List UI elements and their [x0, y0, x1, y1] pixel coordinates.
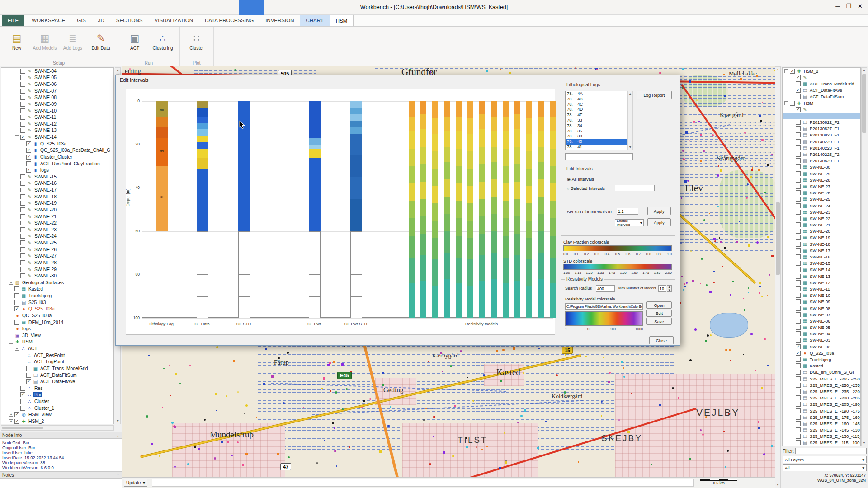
- open-colorscale-button[interactable]: Open: [646, 301, 672, 309]
- search-radius-input[interactable]: [596, 285, 615, 292]
- tree-item-sw-ne-24[interactable]: ▦SW-NE-24: [783, 202, 860, 209]
- add-logs-button[interactable]: ≣Add Logs: [61, 29, 85, 60]
- checkbox[interactable]: [20, 234, 25, 239]
- checkbox[interactable]: [796, 139, 801, 144]
- tree-item-sw-ne-14[interactable]: ▦SW-NE-14: [783, 267, 860, 273]
- checkbox[interactable]: [20, 214, 25, 219]
- tree-item-sw-ne-09[interactable]: ▦SW-NE-09: [783, 299, 860, 305]
- checkbox[interactable]: [20, 174, 25, 179]
- close-button[interactable]: Close: [649, 336, 674, 344]
- tree-item-s25_mres_e_-235_-220_k3_i[interactable]: ▤S25_MRES_E_-235_-220_K3_I: [783, 388, 860, 394]
- expand-toggle-icon[interactable]: −: [9, 340, 13, 344]
- tree-item-hsm_2[interactable]: +✓✚HSM_2: [1, 418, 113, 424]
- checkbox[interactable]: [796, 274, 801, 279]
- checkbox[interactable]: [796, 383, 801, 388]
- tree-item[interactable]: ✓✎: [783, 74, 860, 80]
- chevron-up-icon[interactable]: ⌃: [116, 473, 120, 478]
- litho-list-item[interactable]: 78. 38: [566, 134, 632, 139]
- tree-item-act_datafitave[interactable]: ✓▤ACT_DataFitAve: [1, 378, 113, 385]
- tree-item-sw-ne-21[interactable]: ▦SW-NE-21: [783, 222, 860, 228]
- checkbox[interactable]: [20, 69, 25, 74]
- tree-item-sw-ne-17[interactable]: ▦SW-NE-17: [783, 247, 860, 253]
- checkbox[interactable]: [796, 190, 801, 195]
- close-window-button[interactable]: ✕: [858, 3, 863, 9]
- tree-item-sw-ne-19[interactable]: ▦SW-NE-19: [783, 235, 860, 241]
- tree-item-q_s25_i03a[interactable]: ✓●Q_S25_I03a: [1, 306, 113, 313]
- tree-item-sw-ne-24[interactable]: ✎SW-NE-24: [1, 233, 113, 240]
- tree-item-sw-ne-12[interactable]: ✎SW-NE-12: [1, 121, 113, 127]
- checkbox[interactable]: [20, 122, 25, 127]
- checkbox[interactable]: [796, 325, 801, 330]
- tree-item-res[interactable]: ∴Res: [1, 385, 113, 392]
- checkbox[interactable]: ✓: [26, 155, 31, 160]
- map-vscrollbar[interactable]: ▲ ▼: [775, 66, 781, 488]
- checkbox[interactable]: [796, 267, 801, 272]
- checkbox[interactable]: ✓: [14, 419, 19, 424]
- scroll-thumb[interactable]: [862, 74, 866, 133]
- expand-toggle-icon[interactable]: +: [9, 413, 13, 417]
- expand-toggle-icon[interactable]: −: [784, 69, 788, 73]
- checkbox[interactable]: ✓: [796, 344, 801, 349]
- tree-item-hsm_2[interactable]: −✓✚HSM_2: [783, 68, 860, 74]
- tab-gis[interactable]: GIS: [71, 15, 92, 26]
- checkbox[interactable]: [26, 373, 31, 378]
- tree-item-logs[interactable]: ●logs: [1, 325, 113, 332]
- tree-item-geological surfaces[interactable]: +▥Geological Surfaces: [1, 279, 113, 286]
- tree-item-s25_mres_e_-115_-100_k3_i[interactable]: ▤S25_MRES_E_-115_-100_K3_I: [783, 440, 860, 446]
- checkbox[interactable]: [796, 331, 801, 336]
- tree-item-sw-ne-20[interactable]: ✎SW-NE-20: [1, 206, 113, 213]
- tree-item-p20140223_f1[interactable]: ▤P20140223_F1: [783, 145, 860, 151]
- expand-toggle-icon[interactable]: +: [9, 281, 13, 285]
- checkbox[interactable]: [796, 120, 801, 125]
- tree-item-sw-ne-08[interactable]: ✎SW-NE-08: [1, 94, 113, 101]
- tree-item-sw-ne-30[interactable]: ▦SW-NE-30: [783, 164, 860, 170]
- checkbox[interactable]: [796, 145, 801, 150]
- checkbox[interactable]: [796, 235, 801, 240]
- tree-item-s25_mres_e_-190_-175_k3_i[interactable]: ▤S25_MRES_E_-190_-175_K3_I: [783, 408, 860, 414]
- checkbox[interactable]: [796, 242, 801, 247]
- tree-item-sw-ne-30[interactable]: ✎SW-NE-30: [1, 272, 113, 279]
- tree-item-sw-ne-08[interactable]: ▦SW-NE-08: [783, 305, 860, 311]
- tree-item-sw-ne-10[interactable]: ▦SW-NE-10: [783, 292, 860, 299]
- tree-item-kasted[interactable]: ▦Kasted: [1, 286, 113, 293]
- litho-list-item[interactable]: 78. 4F: [566, 113, 632, 118]
- tree-item-kasted[interactable]: ▦Kasted: [783, 363, 860, 369]
- checkbox[interactable]: [796, 312, 801, 317]
- tree-item-sw-ne-05[interactable]: ✎SW-NE-05: [1, 75, 113, 81]
- tree-item-bor[interactable]: ✓∴Bor: [1, 392, 113, 399]
- tree-item-sw-ne-14[interactable]: −✓✎SW-NE-14: [1, 134, 113, 141]
- checkbox[interactable]: ✓: [26, 148, 31, 153]
- tree-item-sw-ne-20[interactable]: ▦SW-NE-20: [783, 228, 860, 235]
- checkbox[interactable]: [20, 406, 25, 411]
- tree-item-sw-ne-17[interactable]: ✎SW-NE-17: [1, 187, 113, 193]
- tree-item-sw-ne-26[interactable]: ▦SW-NE-26: [783, 190, 860, 196]
- checkbox[interactable]: [20, 201, 25, 206]
- tree-item-act_datafitsum[interactable]: ▤ACT_DataFitSum: [783, 94, 860, 100]
- checkbox[interactable]: [20, 240, 25, 245]
- checkbox[interactable]: ✓: [796, 351, 801, 356]
- scroll-up-icon[interactable]: ▲: [862, 68, 867, 73]
- notes-header[interactable]: Notes ⌃: [0, 471, 122, 479]
- tree-item-sw-ne-19[interactable]: ✎SW-NE-19: [1, 200, 113, 207]
- scroll-down-icon[interactable]: ▼: [115, 418, 120, 424]
- selected-intervals-input[interactable]: [615, 185, 655, 191]
- tree-item-p20130820_f1[interactable]: ▤P20130820_F1: [783, 158, 860, 164]
- checkbox[interactable]: ✓: [26, 141, 31, 146]
- tree-item-act_trans_modelgrid[interactable]: ▦ACT_Trans_ModelGrid: [1, 365, 113, 372]
- checkbox[interactable]: [796, 94, 801, 99]
- tree-item-sw-ne-02[interactable]: ✓▦SW-NE-02: [783, 343, 860, 350]
- tree-item-sw-ne-28[interactable]: ✎SW-NE-28: [1, 259, 113, 266]
- checkbox[interactable]: [796, 370, 801, 375]
- checkbox[interactable]: ✓: [796, 75, 801, 80]
- checkbox[interactable]: [796, 376, 801, 381]
- checkbox[interactable]: [796, 132, 801, 137]
- checkbox[interactable]: [20, 102, 25, 107]
- tree-item-sw-ne-29[interactable]: ▦SW-NE-29: [783, 170, 860, 177]
- tree-item-dgl_sm_8ohm_g_gi[interactable]: ▤DGL_sm_8Ohm_G_GI: [783, 369, 860, 375]
- tree-item-sw-ne-25[interactable]: ▦SW-NE-25: [783, 196, 860, 202]
- update-button[interactable]: Update ▾: [124, 479, 147, 487]
- checkbox[interactable]: [796, 203, 801, 208]
- checkbox[interactable]: [20, 267, 25, 272]
- checkbox[interactable]: [20, 399, 25, 404]
- checkbox[interactable]: ✓: [796, 107, 801, 112]
